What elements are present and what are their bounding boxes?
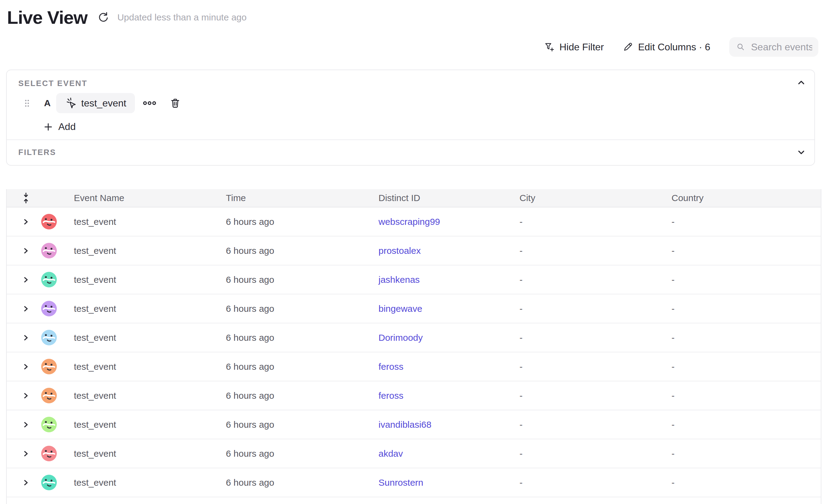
column-header-time: Time [220,193,372,203]
hide-filter-label: Hide Filter [560,41,604,53]
event-name: test_event [68,217,220,227]
country-value: - [665,274,821,285]
expand-row-button[interactable] [22,421,29,428]
distinct-id-link[interactable]: bingewave [379,304,422,313]
event-more-options-button[interactable] [143,101,156,106]
table-row[interactable]: test_event 6 hours ago feross - - [7,353,821,381]
table-row[interactable]: test_event 6 hours ago prostoalex - - [7,236,821,266]
chevron-right-icon [22,305,29,312]
country-value: - [665,449,821,459]
table-row[interactable]: test_event 6 hours ago Dorimoody - - [7,323,821,353]
chevron-right-icon [22,363,29,370]
expand-row-button[interactable] [22,479,29,486]
event-row: A test_event [24,93,815,113]
city-value: - [513,274,665,285]
table-row[interactable]: test_event 6 hours ago webscraping99 - - [7,208,821,236]
avatar-face-icon [41,272,57,287]
hide-filter-button[interactable]: Hide Filter [544,41,604,53]
event-time: 6 hours ago [220,332,372,343]
avatar [41,330,57,345]
avatar-face-icon [41,475,57,490]
collapse-rows-button[interactable] [7,192,36,204]
distinct-id-link[interactable]: Dorimoody [379,332,423,343]
avatar [41,359,57,374]
event-time: 6 hours ago [220,304,372,314]
city-value: - [513,332,665,343]
avatar-face-icon [41,330,57,345]
chevron-right-icon [22,450,29,457]
country-value: - [665,419,821,430]
expand-row-button[interactable] [22,218,29,225]
country-value: - [665,391,821,401]
event-name: test_event [68,246,220,256]
avatar [41,417,57,432]
avatar-face-icon [41,388,57,403]
city-value: - [513,449,665,459]
column-header-country: Country [665,193,821,203]
drag-dots-icon [24,99,30,107]
delete-event-button[interactable] [170,97,181,109]
expand-row-button[interactable] [22,450,29,457]
refresh-icon [98,12,109,23]
table-row[interactable]: test_event 6 hours ago Sunrostern - - [7,468,821,497]
table-row[interactable]: test_event 6 hours ago akdav - - [7,439,821,468]
trash-icon [170,97,181,109]
add-event-button[interactable]: Add [43,121,76,132]
table-row[interactable]: test_event 6 hours ago bingewave - - [7,294,821,323]
country-value: - [665,478,821,488]
collapse-section-button[interactable] [797,79,805,87]
expand-row-button[interactable] [22,392,29,399]
event-selector-chip[interactable]: test_event [56,93,135,113]
avatar [41,388,57,403]
expand-row-button[interactable] [22,248,29,254]
expand-row-button[interactable] [22,335,29,341]
city-value: - [513,478,665,488]
distinct-id-link[interactable]: jashkenas [379,274,420,285]
select-event-section: SELECT EVENT A test_event A [7,70,815,140]
distinct-id-link[interactable]: feross [379,361,403,372]
expand-row-button[interactable] [22,305,29,312]
chevron-right-icon [22,218,29,225]
country-value: - [665,246,821,256]
avatar [41,446,57,461]
collapse-rows-icon [22,192,30,204]
city-value: - [513,419,665,430]
country-value: - [665,217,821,227]
plus-icon [43,122,53,131]
expand-row-button[interactable] [22,276,29,283]
filters-section: FILTERS [7,140,815,164]
drag-handle[interactable] [24,99,30,107]
table-row[interactable]: test_event 6 hours ago jashkenas - - [7,266,821,294]
avatar [41,475,57,490]
search-input[interactable] [751,41,812,53]
search-icon [736,42,745,52]
event-time: 6 hours ago [220,217,372,227]
distinct-id-link[interactable]: webscraping99 [379,217,440,227]
refresh-button[interactable] [97,11,110,24]
filter-plus-icon [544,42,555,52]
table-row[interactable]: test_event 6 hours ago feross - - [7,381,821,410]
search-box[interactable] [729,37,818,57]
event-time: 6 hours ago [220,246,372,256]
chevron-down-icon [797,148,805,156]
avatar-face-icon [41,214,57,230]
distinct-id-link[interactable]: feross [379,391,403,400]
distinct-id-link[interactable]: ivandiblasi68 [379,419,431,430]
expand-filters-button[interactable] [797,148,805,156]
distinct-id-link[interactable]: akdav [379,449,403,458]
event-name: test_event [68,361,220,372]
country-value: - [665,332,821,343]
avatar [41,301,57,317]
edit-columns-button[interactable]: Edit Columns · 6 [623,41,710,53]
chevron-right-icon [22,248,29,254]
pencil-icon [623,42,633,52]
table-header: Event Name Time Distinct ID City Country [7,189,821,208]
distinct-id-link[interactable]: Sunrostern [379,478,423,487]
distinct-id-link[interactable]: prostoalex [379,246,421,256]
table-row[interactable]: test_event 6 hours ago ivandiblasi68 - - [7,410,821,439]
expand-row-button[interactable] [22,363,29,370]
avatar-face-icon [41,301,57,317]
chevron-up-icon [797,79,805,87]
event-name: test_event [68,478,220,488]
event-name: test_event [68,332,220,343]
